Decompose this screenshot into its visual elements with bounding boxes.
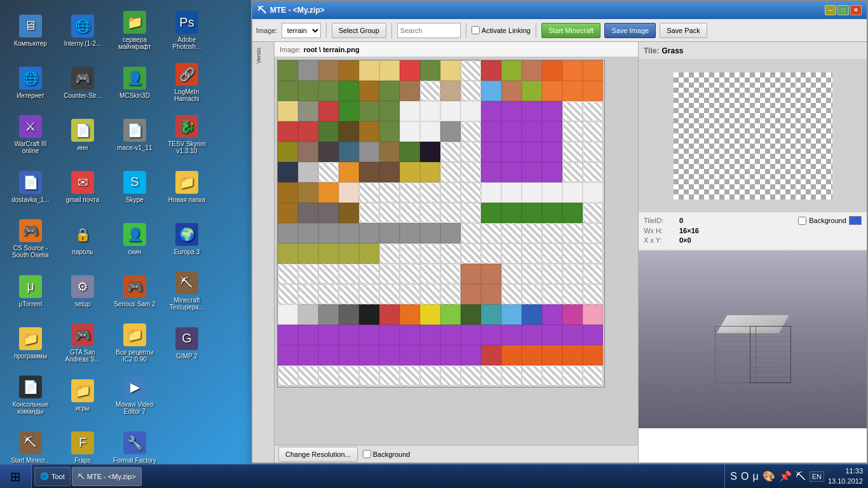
- desktop-icon-placeholder[interactable]: [161, 370, 212, 421]
- terrain-cell[interactable]: [400, 142, 420, 162]
- terrain-cell[interactable]: [461, 60, 481, 81]
- terrain-cell[interactable]: [522, 284, 542, 304]
- terrain-cell[interactable]: [501, 121, 522, 142]
- close-button[interactable]: ✕: [850, 5, 862, 15]
- terrain-cell[interactable]: [318, 162, 339, 182]
- desktop-icon-programs[interactable]: 📁программы: [5, 318, 56, 369]
- terrain-cell[interactable]: [339, 345, 359, 365]
- terrain-cell[interactable]: [440, 162, 461, 182]
- terrain-cell[interactable]: [400, 81, 420, 101]
- terrain-cell[interactable]: [359, 325, 379, 345]
- terrain-cell[interactable]: [562, 162, 583, 182]
- terrain-cell[interactable]: [420, 243, 440, 264]
- desktop-icon-skin[interactable]: 👤скин: [109, 214, 160, 264]
- desktop-icon-counter[interactable]: 🎮Counter-Str...: [57, 57, 108, 108]
- terrain-cell[interactable]: [339, 284, 359, 304]
- minimize-button[interactable]: ─: [825, 5, 836, 15]
- terrain-cell[interactable]: [379, 162, 400, 182]
- desktop-icon-internet[interactable]: 🌐Interny.(1-2...: [57, 5, 108, 56]
- terrain-cell[interactable]: [481, 365, 501, 386]
- terrain-cell[interactable]: [583, 325, 603, 345]
- terrain-cell[interactable]: [501, 182, 522, 203]
- terrain-cell[interactable]: [440, 243, 461, 264]
- terrain-cell[interactable]: [379, 365, 400, 386]
- terrain-cell[interactable]: [359, 264, 379, 284]
- skype-tray-icon[interactable]: S: [730, 471, 737, 482]
- terrain-cell[interactable]: [562, 243, 583, 264]
- terrain-cell[interactable]: [318, 142, 339, 162]
- terrain-cell[interactable]: [379, 264, 400, 284]
- terrain-cell[interactable]: [420, 203, 440, 223]
- terrain-cell[interactable]: [339, 365, 359, 386]
- save-pack-button[interactable]: Save Pack: [660, 23, 707, 38]
- terrain-cell[interactable]: [583, 182, 603, 203]
- desktop-icon-mcskin[interactable]: 📁сервера майнкрафт: [109, 5, 160, 56]
- terrain-cell[interactable]: [461, 81, 481, 101]
- terrain-cell[interactable]: [440, 182, 461, 203]
- terrain-cell[interactable]: [542, 81, 562, 101]
- background-checkbox-bottom[interactable]: Background: [363, 450, 410, 458]
- terrain-cell[interactable]: [583, 365, 603, 386]
- image-select[interactable]: terrain: [281, 23, 321, 38]
- terrain-cell[interactable]: [440, 81, 461, 101]
- terrain-cell[interactable]: [522, 81, 542, 101]
- terrain-cell[interactable]: [542, 243, 562, 264]
- terrain-cell[interactable]: [298, 182, 318, 203]
- terrain-cell[interactable]: [278, 264, 298, 284]
- terrain-cell[interactable]: [339, 243, 359, 264]
- terrain-cell[interactable]: [359, 345, 379, 365]
- terrain-cell[interactable]: [440, 60, 461, 81]
- terrain-cell[interactable]: [400, 162, 420, 182]
- terrain-cell[interactable]: [461, 101, 481, 121]
- terrain-cell[interactable]: [298, 304, 318, 325]
- terrain-cell[interactable]: [339, 81, 359, 101]
- terrain-cell[interactable]: [298, 121, 318, 142]
- bg-checkbox[interactable]: [798, 217, 806, 225]
- terrain-cell[interactable]: [278, 243, 298, 264]
- terrain-cell[interactable]: [359, 142, 379, 162]
- terrain-cell[interactable]: [542, 284, 562, 304]
- terrain-cell[interactable]: [420, 101, 440, 121]
- terrain-cell[interactable]: [461, 243, 481, 264]
- terrain-cell[interactable]: [542, 121, 562, 142]
- background-check-bottom[interactable]: [363, 450, 371, 458]
- terrain-cell[interactable]: [461, 142, 481, 162]
- terrain-cell[interactable]: [420, 345, 440, 365]
- terrain-cell[interactable]: [420, 142, 440, 162]
- texture-canvas[interactable]: [275, 57, 638, 445]
- terrain-cell[interactable]: [278, 345, 298, 365]
- terrain-cell[interactable]: [359, 81, 379, 101]
- terrain-cell[interactable]: [481, 243, 501, 264]
- terrain-cell[interactable]: [359, 60, 379, 81]
- terrain-cell[interactable]: [400, 325, 420, 345]
- terrain-cell[interactable]: [501, 264, 522, 284]
- desktop-icon-mace[interactable]: 📄mace-v1_11: [109, 109, 160, 160]
- terrain-cell[interactable]: [501, 284, 522, 304]
- terrain-cell[interactable]: [542, 182, 562, 203]
- terrain-cell[interactable]: [420, 121, 440, 142]
- terrain-cell[interactable]: [461, 182, 481, 203]
- taskbar-item-mte[interactable]: ⛏ MTE - <My.zip>: [72, 467, 142, 486]
- terrain-cell[interactable]: [298, 345, 318, 365]
- save-image-button[interactable]: Save Image: [604, 23, 656, 38]
- terrain-cell[interactable]: [562, 284, 583, 304]
- terrain-cell[interactable]: [501, 345, 522, 365]
- terrain-cell[interactable]: [318, 284, 339, 304]
- desktop-icon-computer[interactable]: 🖥Компьютер: [5, 5, 56, 56]
- desktop-icon-recipes[interactable]: 📁Все рецепты IC2 0.90: [109, 318, 160, 369]
- terrain-cell[interactable]: [298, 142, 318, 162]
- terrain-cell[interactable]: [440, 284, 461, 304]
- terrain-cell[interactable]: [318, 223, 339, 243]
- terrain-cell[interactable]: [339, 142, 359, 162]
- terrain-cell[interactable]: [481, 223, 501, 243]
- left-panel-version[interactable]: Versio: [254, 44, 273, 67]
- terrain-cell[interactable]: [542, 142, 562, 162]
- terrain-cell[interactable]: [583, 162, 603, 182]
- terrain-cell[interactable]: [420, 81, 440, 101]
- terrain-grid[interactable]: [277, 60, 605, 388]
- terrain-cell[interactable]: [339, 162, 359, 182]
- taskbar-item-toot[interactable]: 🌐 Toot: [34, 467, 71, 486]
- terrain-cell[interactable]: [298, 101, 318, 121]
- tile-list[interactable]: [639, 428, 867, 463]
- terrain-cell[interactable]: [583, 284, 603, 304]
